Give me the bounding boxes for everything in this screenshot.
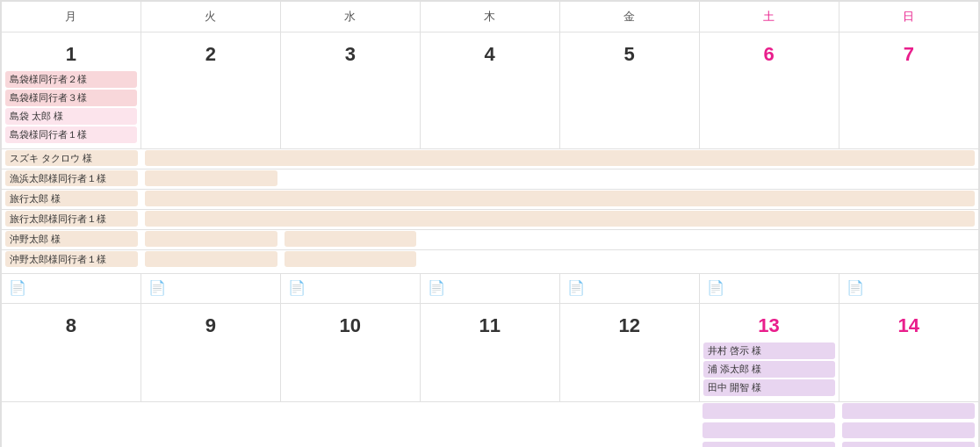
doc-icon-fri-1: 📄	[567, 280, 585, 295]
event-shimabukuro-2[interactable]: 島袋様同行者２様	[5, 71, 137, 88]
week2-empty-3	[2, 441, 699, 447]
fishing-event-row: 漁浜太郎様同行者１様	[2, 169, 979, 190]
suzuki-event-row: スズキ タクロウ 様	[2, 149, 979, 169]
footer-icon-wed-1[interactable]: 📄	[280, 274, 420, 304]
fishing-empty-cell	[281, 169, 978, 189]
okino-label-cell: 沖野太郎 様	[2, 230, 141, 249]
suzuki-event[interactable]: スズキ タクロウ 様	[5, 150, 138, 166]
okino-comp-extend2	[281, 250, 421, 270]
imura-extend-sun	[839, 402, 978, 422]
fishing-label-cell: 漁浜太郎様同行者１様	[2, 169, 141, 189]
day-2: 2	[141, 32, 280, 149]
week1-span-row-2: 漁浜太郎様同行者１様	[2, 169, 979, 190]
day-num-4: 4	[424, 36, 556, 71]
week2-empty-1	[2, 402, 699, 422]
ura-extend-sun	[839, 422, 978, 441]
calendar-container: 月 火 水 木 金 土 日 1 島袋様同行者２様 島袋様同行者３様 島袋 太郎 …	[0, 0, 980, 447]
week1-daynum-row: 1 島袋様同行者２様 島袋様同行者３様 島袋 太郎 様 島袋様同行者１様 2 3…	[2, 32, 979, 149]
okino-event[interactable]: 沖野太郎 様	[5, 231, 138, 247]
footer-icon-mon-1[interactable]: 📄	[2, 274, 141, 304]
okino-extend1	[141, 230, 281, 249]
okino-comp-extend1	[141, 250, 281, 270]
footer-icon-fri-1[interactable]: 📄	[559, 274, 699, 304]
day-num-10: 10	[285, 307, 416, 342]
header-tue: 火	[141, 2, 280, 32]
day-9: 9	[141, 304, 280, 402]
event-shimabukuro-taro[interactable]: 島袋 太郎 様	[5, 108, 137, 125]
fishing-event[interactable]: 漁浜太郎様同行者１様	[5, 170, 138, 186]
okino-comp-empty	[420, 250, 978, 270]
suzuki-event-extend	[145, 150, 975, 166]
week1-span-row-4: 旅行太郎様同行者１様	[2, 210, 979, 230]
footer-icon-sat-1[interactable]: 📄	[699, 274, 839, 304]
travel-event-row: 旅行太郎 様	[2, 190, 979, 210]
day-6: 6	[699, 32, 839, 149]
travel-label-cell: 旅行太郎 様	[2, 190, 141, 209]
week1-footer-row: 📄 📄 📄 📄 📄 📄 📄	[2, 274, 979, 304]
travel-event[interactable]: 旅行太郎 様	[5, 191, 138, 206]
day-1: 1 島袋様同行者２様 島袋様同行者３様 島袋 太郎 様 島袋様同行者１様	[2, 32, 141, 149]
okino-event-row: 沖野太郎 様	[2, 230, 979, 250]
day-num-9: 9	[145, 307, 277, 342]
fishing-extend-cell	[141, 169, 281, 189]
okino-comp-event-row: 沖野太郎様同行者１様	[2, 250, 979, 274]
week2-span-row	[2, 402, 979, 448]
day-num-1: 1	[5, 36, 137, 71]
week2-empty-2	[2, 422, 699, 441]
tanaka-extend	[699, 441, 839, 447]
week2-daynum-row: 8 9 10 11 12 13 井村 啓示 様 浦 添太郎 様	[2, 304, 979, 402]
okino-extend2	[281, 230, 421, 249]
day-num-8: 8	[5, 307, 137, 342]
day-7: 7	[839, 32, 978, 149]
week1-span-row-1: スズキ タクロウ 様	[2, 149, 979, 169]
day-num-2: 2	[145, 36, 277, 71]
week1-span-row-6: 沖野太郎様同行者１様	[2, 250, 979, 274]
suzuki-extend-cell	[141, 149, 978, 169]
okino-empty	[420, 230, 978, 249]
header-wed: 水	[280, 2, 420, 32]
travel-comp-event-row: 旅行太郎様同行者１様	[2, 210, 979, 230]
day-13: 13 井村 啓示 様 浦 添太郎 様 田中 開智 様	[699, 304, 839, 402]
event-imura[interactable]: 井村 啓示 様	[703, 342, 835, 359]
imura-extend	[699, 402, 839, 422]
tanaka-extend-sun	[839, 441, 978, 447]
day-num-14: 14	[843, 307, 975, 342]
travel-comp-event[interactable]: 旅行太郎様同行者１様	[5, 211, 138, 227]
day-5: 5	[559, 32, 699, 149]
okino-comp-event[interactable]: 沖野太郎様同行者１様	[5, 251, 138, 267]
doc-icon-tue-1: 📄	[148, 280, 166, 295]
day-num-5: 5	[564, 36, 695, 71]
event-shimabukuro-3[interactable]: 島袋様同行者３様	[5, 90, 137, 106]
day-3: 3	[280, 32, 420, 149]
doc-icon-thu-1: 📄	[428, 280, 445, 295]
day-12: 12	[559, 304, 699, 402]
day-num-6: 6	[703, 36, 835, 71]
week1-span-row-3: 旅行太郎 様	[2, 190, 979, 210]
ura-extend	[699, 422, 839, 441]
event-tanaka[interactable]: 田中 開智 様	[703, 379, 835, 396]
header-mon: 月	[2, 2, 141, 32]
day-num-11: 11	[424, 307, 556, 342]
doc-icon-mon-1: 📄	[9, 280, 26, 295]
doc-icon-sun-1: 📄	[847, 280, 864, 295]
week1-span-row-5: 沖野太郎 様	[2, 230, 979, 250]
day-num-7: 7	[843, 36, 975, 71]
day-4: 4	[420, 32, 559, 149]
footer-icon-thu-1[interactable]: 📄	[420, 274, 559, 304]
footer-icon-tue-1[interactable]: 📄	[141, 274, 280, 304]
day-num-13: 13	[703, 307, 835, 342]
event-shimabukuro-1[interactable]: 島袋様同行者１様	[5, 126, 137, 143]
day-14: 14	[839, 304, 978, 402]
day-8: 8	[2, 304, 141, 402]
footer-icon-sun-1[interactable]: 📄	[839, 274, 978, 304]
travel-extend-cell	[141, 190, 978, 209]
header-fri: 金	[559, 2, 699, 32]
weekday-header-row: 月 火 水 木 金 土 日	[2, 2, 979, 32]
header-sat: 土	[699, 2, 839, 32]
header-sun: 日	[839, 2, 978, 32]
day-num-12: 12	[564, 307, 695, 342]
okino-comp-label-cell: 沖野太郎様同行者１様	[2, 250, 141, 270]
event-ura[interactable]: 浦 添太郎 様	[703, 361, 835, 378]
doc-icon-sat-1: 📄	[707, 280, 724, 295]
day-10: 10	[280, 304, 420, 402]
